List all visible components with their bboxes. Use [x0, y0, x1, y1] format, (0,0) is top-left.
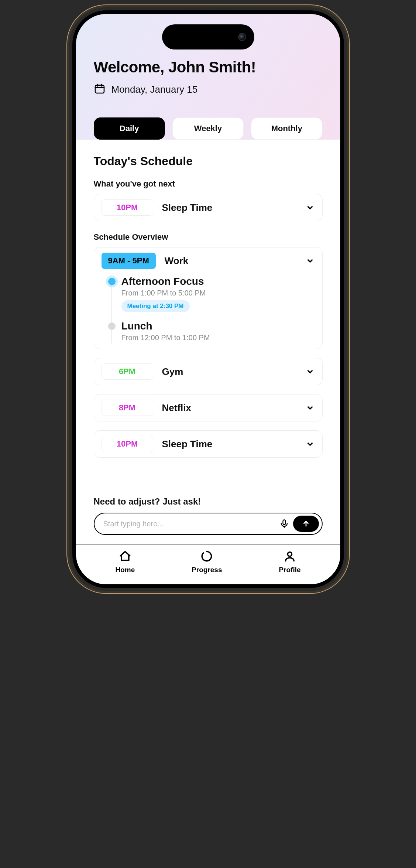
- schedule-title: Today's Schedule: [94, 154, 323, 168]
- app-screen: Welcome, John Smith! Monday, January 15 …: [76, 14, 340, 584]
- ask-bar: [94, 513, 323, 535]
- timeline-title: Lunch: [121, 320, 315, 332]
- svg-rect-0: [95, 85, 104, 93]
- schedule-title-text: Sleep Time: [162, 438, 296, 450]
- phone-frame: Welcome, John Smith! Monday, January 15 …: [69, 7, 347, 591]
- chevron-down-icon: [305, 256, 315, 266]
- welcome-title: Welcome, John Smith!: [94, 58, 323, 76]
- timeline-item[interactable]: Afternoon Focus From 1:00 PM to 5:00 PM …: [108, 276, 315, 312]
- timeline-item[interactable]: Lunch From 12:00 PM to 1:00 PM: [108, 320, 315, 342]
- calendar-icon: [94, 83, 106, 96]
- chevron-down-icon: [305, 439, 315, 449]
- home-icon: [119, 550, 131, 564]
- overview-label: Schedule Overview: [94, 232, 323, 242]
- progress-icon: [200, 550, 213, 564]
- timeline-dot-icon: [108, 278, 116, 285]
- schedule-title-text: Work: [165, 255, 296, 267]
- nav-home[interactable]: Home: [115, 550, 135, 574]
- schedule-card-gym[interactable]: 6PM Gym: [94, 358, 323, 385]
- timeline-time: From 1:00 PM to 5:00 PM: [121, 289, 315, 297]
- send-button[interactable]: [293, 516, 319, 532]
- chevron-down-icon: [305, 403, 315, 413]
- ask-section: Need to adjust? Just ask!: [76, 482, 340, 544]
- next-event-time: 10PM: [102, 199, 153, 216]
- current-date: Monday, January 15: [111, 84, 198, 95]
- timeline-dot-icon: [108, 322, 116, 330]
- bottom-nav: Home Progress Profile: [76, 544, 340, 584]
- profile-icon: [283, 550, 296, 564]
- next-event-card[interactable]: 10PM Sleep Time: [94, 194, 323, 221]
- schedule-title-text: Netflix: [162, 402, 296, 414]
- schedule-time: 9AM - 5PM: [102, 253, 156, 269]
- work-timeline: Afternoon Focus From 1:00 PM to 5:00 PM …: [102, 276, 315, 342]
- next-event-title: Sleep Time: [162, 202, 296, 213]
- schedule-time: 6PM: [102, 363, 153, 380]
- svg-point-2: [288, 552, 292, 556]
- timeline-title: Afternoon Focus: [121, 276, 315, 287]
- timeline-badge: Meeting at 2:30 PM: [121, 300, 190, 312]
- schedule-time: 10PM: [102, 436, 153, 452]
- camera-icon: [238, 33, 246, 41]
- svg-rect-1: [283, 520, 285, 525]
- mic-button[interactable]: [279, 519, 289, 529]
- tab-daily[interactable]: Daily: [94, 117, 165, 140]
- schedule-card-work[interactable]: 9AM - 5PM Work Afternoon Focus From 1:00…: [94, 247, 323, 349]
- nav-progress[interactable]: Progress: [192, 550, 222, 574]
- nav-profile[interactable]: Profile: [279, 550, 300, 574]
- next-label: What you've got next: [94, 179, 323, 189]
- schedule-card-sleep[interactable]: 10PM Sleep Time: [94, 430, 323, 458]
- schedule-title-text: Gym: [162, 366, 296, 377]
- tab-monthly[interactable]: Monthly: [251, 117, 322, 140]
- nav-label: Profile: [279, 566, 300, 574]
- ask-title: Need to adjust? Just ask!: [94, 496, 323, 507]
- schedule-time: 8PM: [102, 400, 153, 416]
- dynamic-island: [162, 24, 254, 49]
- timeline-time: From 12:00 PM to 1:00 PM: [121, 334, 315, 342]
- schedule-body: Today's Schedule What you've got next 10…: [76, 140, 340, 482]
- schedule-card-netflix[interactable]: 8PM Netflix: [94, 394, 323, 421]
- view-tabs: Daily Weekly Monthly: [94, 117, 323, 140]
- ask-input[interactable]: [103, 520, 279, 528]
- tab-weekly[interactable]: Weekly: [172, 117, 244, 140]
- nav-label: Progress: [192, 566, 222, 574]
- nav-label: Home: [115, 566, 135, 574]
- chevron-down-icon: [305, 367, 315, 376]
- chevron-down-icon: [305, 203, 315, 212]
